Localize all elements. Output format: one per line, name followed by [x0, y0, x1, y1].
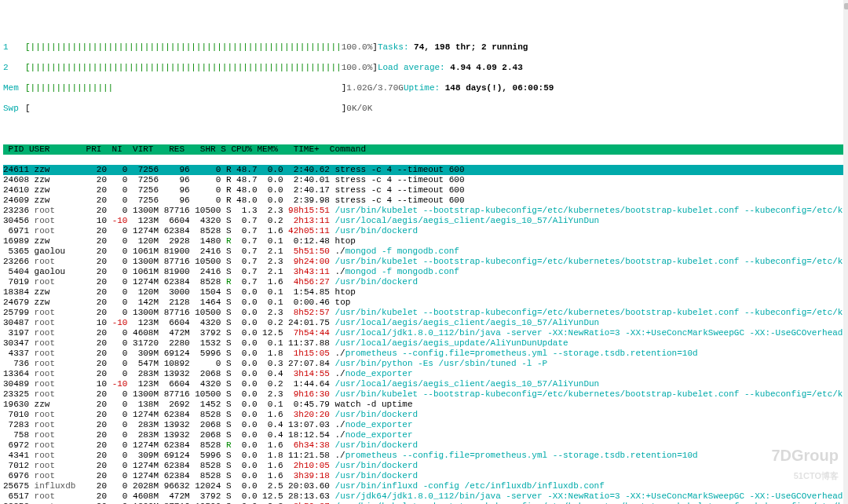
- process-row[interactable]: 24608 zzw 20 0 7256 96 0 R 48.7 0.0 2:40…: [3, 175, 848, 185]
- cpu2-label: 2: [3, 63, 25, 73]
- process-row[interactable]: 30456 root 10 -10 123M 6604 4320 S 0.7 0…: [3, 216, 848, 226]
- process-row[interactable]: 23266 root 20 0 1300M 87716 10500 S 0.7 …: [3, 257, 848, 267]
- process-row[interactable]: 24609 zzw 20 0 7256 96 0 R 48.0 0.0 2:39…: [3, 195, 848, 206]
- load-stat: Load average: 4.94 4.09 2.43: [378, 63, 523, 73]
- process-row[interactable]: 4341 root 20 0 309M 69124 5996 S 0.0 1.8…: [3, 451, 848, 461]
- process-row[interactable]: 758 root 20 0 283M 13932 2068 S 0.0 0.4 …: [3, 430, 848, 440]
- process-row[interactable]: 7283 root 20 0 283M 13932 2068 S 0.0 0.4…: [3, 420, 848, 430]
- mem-label: Mem: [3, 83, 25, 93]
- process-row[interactable]: 18384 zzw 20 0 120M 3000 1504 S 0.0 0.1 …: [3, 287, 848, 298]
- process-row[interactable]: 24679 zzw 20 0 142M 2128 1464 S 0.0 0.1 …: [3, 298, 848, 308]
- swp-label: Swp: [3, 104, 25, 114]
- mem-meter: Mem[|||||||||||||||| ]1.02G/3.70G Uptime…: [3, 83, 848, 93]
- process-row[interactable]: 736 root 20 0 547M 10892 0 S 0.0 0.3 27:…: [3, 359, 848, 369]
- column-header[interactable]: PID USER PRI NI VIRT RES SHR S CPU% MEM%…: [3, 144, 848, 155]
- process-row[interactable]: 25675 influxdb 20 0 2028M 96632 12024 S …: [3, 481, 848, 491]
- process-row[interactable]: 6971 root 20 0 1274M 62384 8528 S 0.7 1.…: [3, 226, 848, 236]
- process-row[interactable]: 30489 root 10 -10 123M 6604 4320 S 0.0 0…: [3, 379, 848, 389]
- process-row[interactable]: 13364 root 20 0 283M 13932 2068 S 0.0 0.…: [3, 369, 848, 379]
- swp-meter: Swp[ ]0K/0K: [3, 104, 848, 114]
- process-row[interactable]: 4337 root 20 0 309M 69124 5996 S 0.0 1.8…: [3, 349, 848, 359]
- process-row[interactable]: 30347 root 20 0 31720 2280 1532 S 0.0 0.…: [3, 338, 848, 349]
- process-row[interactable]: 5365 gaolou 20 0 1061M 81900 2416 S 0.7 …: [3, 247, 848, 257]
- process-row[interactable]: 24611 zzw 20 0 7256 96 0 R 48.7 0.0 2:40…: [3, 165, 848, 175]
- process-row[interactable]: 24610 zzw 20 0 7256 96 0 R 48.0 0.0 2:40…: [3, 185, 848, 195]
- process-row[interactable]: 23236 root 20 0 1300M 87716 10500 S 1.3 …: [3, 206, 848, 216]
- scrollbar[interactable]: [843, 0, 848, 504]
- process-row[interactable]: 30487 root 10 -10 123M 6604 4320 S 0.0 0…: [3, 318, 848, 328]
- process-row[interactable]: 7012 root 20 0 1274M 62384 8528 S 0.0 1.…: [3, 461, 848, 471]
- process-row[interactable]: 19630 zzw 20 0 138M 2692 1452 S 0.0 0.1 …: [3, 400, 848, 410]
- scrollbar-thumb[interactable]: [844, 3, 848, 9]
- cpu2-meter: 2[||||||||||||||||||||||||||||||||||||||…: [3, 63, 848, 73]
- process-row[interactable]: 6972 root 20 0 1274M 62384 8528 R 0.0 1.…: [3, 440, 848, 451]
- uptime-stat: Uptime: 148 days(!), 06:00:59: [404, 83, 554, 93]
- watermark: 7DGroup 51CTO博客: [762, 440, 839, 491]
- process-row[interactable]: 25799 root 20 0 1300M 87716 10500 S 0.0 …: [3, 308, 848, 318]
- process-row[interactable]: 16989 zzw 20 0 120M 2928 1480 R 0.7 0.1 …: [3, 236, 848, 247]
- process-row[interactable]: 23325 root 20 0 1300M 87716 10500 S 0.0 …: [3, 389, 848, 400]
- process-row[interactable]: 7010 root 20 0 1274M 62384 8528 S 0.0 1.…: [3, 410, 848, 420]
- cpu1-meter: 1[||||||||||||||||||||||||||||||||||||||…: [3, 42, 848, 53]
- process-row[interactable]: 5404 gaolou 20 0 1061M 81900 2416 S 0.7 …: [3, 267, 848, 277]
- process-row[interactable]: 6517 root 20 0 4608M 472M 3792 S 0.0 12.…: [3, 491, 848, 502]
- process-row[interactable]: 7019 root 20 0 1274M 62384 8528 R 0.7 1.…: [3, 277, 848, 287]
- process-list[interactable]: 24611 zzw 20 0 7256 96 0 R 48.7 0.0 2:40…: [3, 165, 848, 504]
- process-row[interactable]: 6976 root 20 0 1274M 62384 8528 S 0.0 1.…: [3, 471, 848, 481]
- process-row[interactable]: 3197 root 20 0 4608M 472M 3792 S 0.0 12.…: [3, 328, 848, 338]
- tasks-stat: Tasks: 74, 198 thr; 2 running: [378, 42, 528, 53]
- cpu1-label: 1: [3, 42, 25, 53]
